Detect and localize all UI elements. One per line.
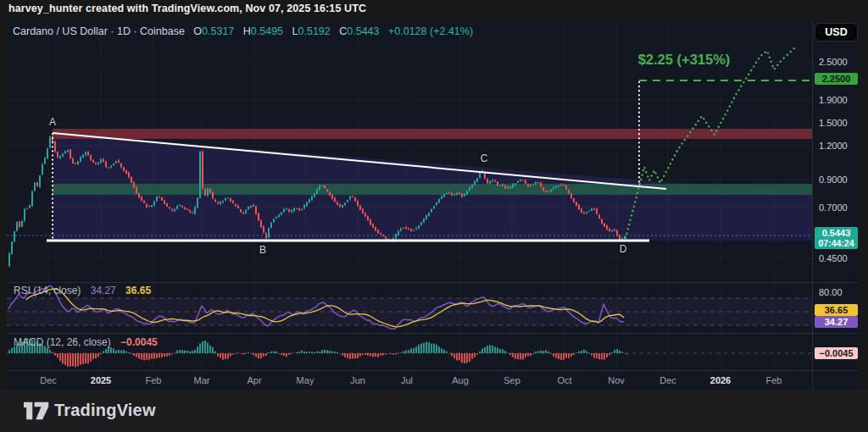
time-tick: Apr xyxy=(247,375,261,385)
tradingview-logo-icon[interactable] xyxy=(24,400,49,422)
target-price-badge: 2.2500 xyxy=(815,73,858,85)
rsi-value: 34.27 xyxy=(91,285,116,296)
time-tick: May xyxy=(297,375,314,385)
rsi-value-badge: 34.27 xyxy=(815,316,858,328)
price-tick: 1.5000 xyxy=(819,118,848,128)
change-value: +0.0128 (+2.41%) xyxy=(388,25,473,37)
macd-title[interactable]: MACD (12, 26, close) xyxy=(14,336,111,348)
tradingview-logo-text[interactable]: TradingView xyxy=(54,401,156,420)
last-price-badge: 0.544307:44:24 xyxy=(815,227,858,249)
open-label: O xyxy=(193,25,202,37)
chart-canvas[interactable] xyxy=(0,0,868,432)
open-value: 0.5317 xyxy=(202,25,234,37)
time-tick: Oct xyxy=(557,375,571,385)
macd-legend: MACD (12, 26, close) −0.0045 xyxy=(14,336,158,348)
rsi-ma-badge: 36.65 xyxy=(815,304,858,316)
countdown-timer: 07:44:24 xyxy=(818,238,854,248)
high-label: H xyxy=(243,25,251,37)
time-tick: Jul xyxy=(401,375,413,385)
time-tick: Feb xyxy=(146,375,162,385)
price-tick: 1.2000 xyxy=(819,141,848,151)
rsi-title[interactable]: RSI (14, close) xyxy=(14,285,81,296)
time-tick: Aug xyxy=(452,375,469,385)
pattern-point-label-c[interactable]: C xyxy=(481,152,488,164)
high-value: 0.5495 xyxy=(251,25,283,37)
time-tick: 2025 xyxy=(91,375,111,385)
rsi-ma-value: 36.65 xyxy=(125,285,151,296)
macd-value: −0.0045 xyxy=(120,336,158,348)
time-tick: Dec xyxy=(40,375,57,385)
close-value: 0.5443 xyxy=(347,25,379,37)
symbol-legend: Cardano / US Dollar · 1D · Coinbase O0.5… xyxy=(13,25,473,37)
time-tick: Mar xyxy=(194,375,210,385)
time-tick: Sep xyxy=(504,375,520,385)
price-tick: 0.4500 xyxy=(819,253,848,263)
time-tick: Dec xyxy=(659,375,676,385)
attribution-bar: harvey_hunter created with TradingView.c… xyxy=(8,3,868,19)
rsi-legend: RSI (14, close) 34.27 36.65 xyxy=(14,285,151,296)
price-tick: 80.00 xyxy=(819,287,843,297)
pattern-point-label-a[interactable]: A xyxy=(49,116,56,128)
symbol-title[interactable]: Cardano / US Dollar · 1D · Coinbase xyxy=(13,25,185,37)
time-tick: Nov xyxy=(608,375,625,385)
time-tick: 2026 xyxy=(710,375,731,385)
currency-toggle-button[interactable]: USD xyxy=(815,23,858,42)
price-tick: 0.7000 xyxy=(819,202,848,213)
time-tick: Feb xyxy=(766,375,782,385)
close-label: C xyxy=(339,25,347,37)
footer: TradingView xyxy=(0,390,868,432)
price-tick: 0.9000 xyxy=(819,174,848,185)
low-label: L xyxy=(292,25,298,37)
pattern-point-label-d[interactable]: D xyxy=(620,243,627,255)
price-tick: 1.9000 xyxy=(819,95,848,105)
pattern-point-label-b[interactable]: B xyxy=(259,244,266,256)
time-tick: Jun xyxy=(350,375,365,385)
macd-value-badge: −0.0045 xyxy=(815,347,858,359)
price-tick: 2.5000 xyxy=(819,57,848,67)
page: harvey_hunter created with TradingView.c… xyxy=(0,0,868,432)
price-target-label[interactable]: $2.25 (+315%) xyxy=(638,52,731,68)
low-value: 0.5192 xyxy=(298,25,331,37)
